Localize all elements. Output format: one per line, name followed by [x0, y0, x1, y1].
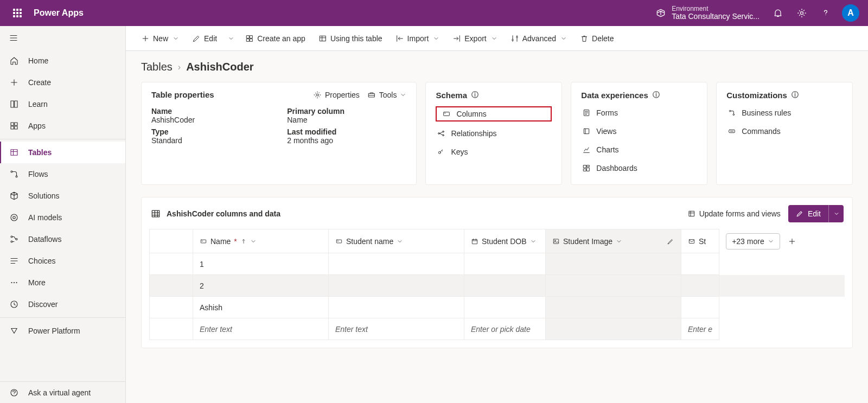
cmd-edit[interactable]: Edit	[188, 30, 221, 47]
user-avatar[interactable]: A	[842, 4, 859, 22]
svg-point-9	[14, 282, 15, 283]
cmd-label: Using this table	[330, 34, 382, 43]
nav-tables[interactable]: Tables	[0, 142, 125, 163]
nav-learn[interactable]: Learn	[0, 93, 125, 115]
more-columns-button[interactable]: +23 more	[726, 233, 780, 250]
column-header-student-dob[interactable]: Student DOB	[464, 229, 546, 253]
key-icon	[437, 148, 445, 156]
nav-more[interactable]: More	[0, 272, 125, 293]
business-rules-link[interactable]: Business rules	[726, 106, 843, 119]
sync-icon	[687, 209, 696, 218]
dashboards-link[interactable]: Dashboards	[581, 162, 697, 175]
column-header-student-name[interactable]: Student name	[329, 229, 464, 253]
pencil-icon[interactable]	[667, 238, 674, 245]
nav-discover[interactable]: Discover	[0, 293, 125, 315]
platform-icon	[9, 325, 20, 336]
grid-icon	[150, 208, 161, 219]
new-row-name-input[interactable]: Enter text	[193, 318, 329, 340]
gear-icon	[313, 91, 322, 99]
new-row-email-input[interactable]: Enter e	[681, 318, 719, 340]
nav-ask-agent[interactable]: Ask a virtual agent	[0, 381, 125, 403]
command-bar: New Edit Create an app Using this table …	[126, 26, 868, 51]
forms-link[interactable]: Forms	[581, 106, 697, 119]
nav-solutions[interactable]: Solutions	[0, 185, 125, 207]
new-row-dob-input[interactable]: Enter or pick date	[464, 318, 546, 340]
new-row[interactable]: Enter text Enter text Enter or pick date…	[150, 318, 845, 340]
app-launcher-button[interactable]	[4, 0, 30, 26]
card-table-properties: Table properties Properties Tools	[141, 82, 417, 185]
table-row[interactable]: 1	[150, 253, 845, 275]
schema-columns-link[interactable]: Columns	[436, 106, 552, 121]
cmd-export[interactable]: Export	[448, 30, 501, 47]
nav-choices[interactable]: Choices	[0, 250, 125, 272]
cell-name[interactable]: Ashish	[193, 297, 329, 318]
environment-icon	[655, 8, 666, 18]
info-icon[interactable]: ⓘ	[471, 90, 478, 100]
cmd-delete[interactable]: Delete	[576, 30, 618, 47]
info-icon[interactable]: ⓘ	[653, 90, 660, 100]
brand-title: Power Apps	[34, 8, 84, 18]
commands-link[interactable]: Commands	[726, 125, 843, 138]
card-title: Customizations	[726, 91, 787, 100]
views-link[interactable]: Views	[581, 125, 697, 138]
cmd-import[interactable]: Import	[391, 30, 444, 47]
row-selector-header[interactable]	[150, 229, 193, 253]
nav-dataflows[interactable]: Dataflows	[0, 228, 125, 250]
cmd-edit-dropdown[interactable]	[226, 30, 237, 47]
update-forms-views-button[interactable]: Update forms and views	[687, 209, 781, 218]
table-row[interactable]: 2	[150, 275, 845, 297]
nav-label: Flows	[28, 170, 48, 178]
notifications-button[interactable]	[766, 0, 790, 26]
name-label: Name	[151, 107, 271, 116]
nav-label: Home	[28, 56, 48, 65]
cell-name[interactable]: 1	[193, 253, 329, 275]
schema-keys-link[interactable]: Keys	[436, 145, 552, 158]
cmd-using-table[interactable]: Using this table	[314, 30, 387, 47]
svg-rect-27	[553, 239, 558, 243]
info-icon[interactable]: ⓘ	[792, 90, 799, 100]
modified-label: Last modified	[287, 127, 406, 136]
nav-collapse-button[interactable]	[0, 26, 125, 50]
nav-label: Dataflows	[28, 235, 61, 244]
nav-create[interactable]: Create	[0, 72, 125, 93]
nav-ai-models[interactable]: AI models	[0, 207, 125, 228]
tools-action[interactable]: Tools	[367, 91, 407, 99]
nav-flows[interactable]: Flows	[0, 163, 125, 185]
dashboard-icon	[582, 164, 591, 172]
form-icon	[582, 108, 591, 117]
schema-relationships-link[interactable]: Relationships	[436, 127, 552, 140]
cmd-create-app[interactable]: Create an app	[241, 30, 310, 47]
new-row-student-name-input[interactable]: Enter text	[329, 318, 464, 340]
top-bar: Power Apps Environment Tata Consultancy …	[0, 0, 868, 26]
more-icon	[9, 277, 20, 288]
chevron-down-icon	[400, 92, 406, 98]
help-button[interactable]	[814, 0, 838, 26]
cmd-label: Export	[464, 34, 486, 43]
breadcrumb: Tables › AshishCoder	[141, 61, 853, 73]
cmd-new[interactable]: New	[137, 30, 183, 47]
svg-rect-24	[201, 240, 206, 243]
calendar-icon	[471, 238, 478, 245]
edit-data-button[interactable]: Edit	[788, 205, 828, 222]
column-header-student-image[interactable]: Student Image	[546, 229, 681, 253]
environment-picker[interactable]: Environment Tata Consultancy Servic...	[655, 5, 760, 21]
edit-data-dropdown[interactable]	[828, 205, 844, 222]
cmd-label: Import	[407, 34, 429, 43]
table-row[interactable]: Ashish	[150, 297, 845, 318]
cmd-advanced[interactable]: Advanced	[506, 30, 571, 47]
properties-action[interactable]: Properties	[313, 91, 360, 99]
settings-button[interactable]	[790, 0, 814, 26]
waffle-icon	[13, 9, 22, 17]
column-header-partial[interactable]: St	[681, 229, 719, 253]
chevron-down-icon	[530, 238, 537, 245]
charts-link[interactable]: Charts	[581, 143, 697, 156]
nav-power-platform[interactable]: Power Platform	[0, 320, 125, 342]
breadcrumb-tables-link[interactable]: Tables	[141, 61, 173, 73]
nav-apps[interactable]: Apps	[0, 115, 125, 137]
add-column-button[interactable]	[786, 235, 799, 248]
chat-icon	[9, 387, 20, 398]
column-header-name[interactable]: Name*	[193, 229, 329, 253]
nav-home[interactable]: Home	[0, 50, 125, 72]
cell-name[interactable]: 2	[193, 275, 329, 297]
card-data-experiences: Data experiences ⓘ Forms Views	[571, 82, 707, 185]
